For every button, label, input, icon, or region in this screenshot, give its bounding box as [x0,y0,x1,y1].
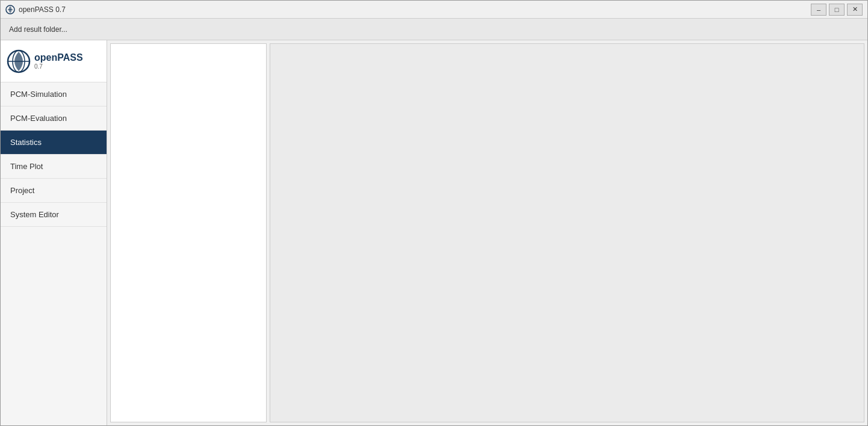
sidebar-item-statistics[interactable]: Statistics [1,131,107,155]
window-title: openPASS 0.7 [19,5,66,14]
sidebar-item-time-plot[interactable]: Time Plot [1,155,107,179]
right-panel [270,43,864,422]
sidebar-item-pcm-evaluation[interactable]: PCM-Evaluation [1,106,107,131]
app-icon [5,5,15,14]
title-bar-controls: – □ ✕ [811,4,863,16]
logo-icon [7,49,31,73]
toolbar: Add result folder... [1,19,867,40]
logo-version: 0.7 [34,63,83,70]
main-content: openPASS 0.7 PCM-Simulation PCM-Evaluati… [1,40,867,425]
sidebar: openPASS 0.7 PCM-Simulation PCM-Evaluati… [1,40,107,425]
main-window: openPASS 0.7 – □ ✕ Add result folder... [0,0,868,426]
title-bar-left: openPASS 0.7 [5,5,66,14]
left-panel [110,43,267,422]
sidebar-item-project[interactable]: Project [1,179,107,203]
minimize-button[interactable]: – [811,4,826,16]
logo-text-area: openPASS 0.7 [34,52,83,70]
add-result-folder-button[interactable]: Add result folder... [5,23,71,36]
logo-area: openPASS 0.7 [1,40,107,82]
maximize-button[interactable]: □ [829,4,845,16]
title-bar: openPASS 0.7 – □ ✕ [1,1,867,19]
content-area [107,40,867,425]
logo-name: openPASS [34,52,83,63]
sidebar-item-system-editor[interactable]: System Editor [1,203,107,227]
close-button[interactable]: ✕ [847,4,863,16]
sidebar-item-pcm-simulation[interactable]: PCM-Simulation [1,82,107,106]
panels [107,40,867,425]
